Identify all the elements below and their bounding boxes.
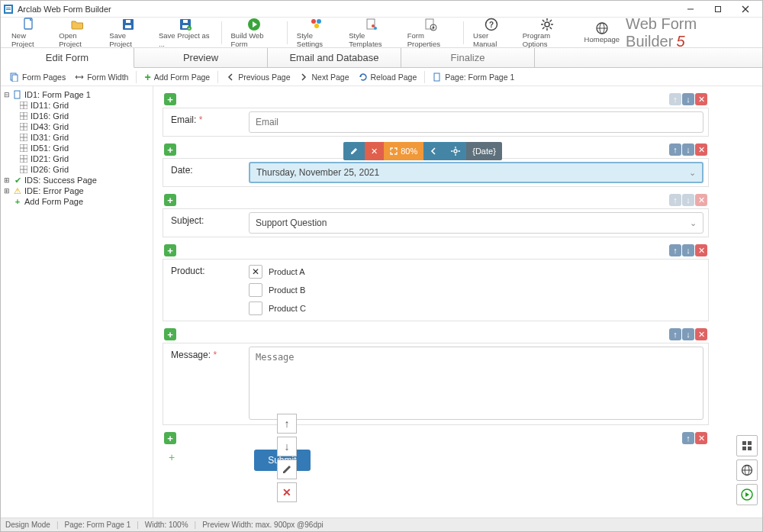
date-select[interactable]: Thursday, November 25, 2021 ⌄	[249, 162, 703, 183]
tree-item[interactable]: ID16: Grid	[2, 111, 151, 121]
folder-open-icon	[71, 18, 85, 31]
add-element-button[interactable]: +	[164, 143, 176, 156]
tab-finalize[interactable]: Finalize	[401, 48, 535, 67]
scroll-up-button[interactable]: ↑	[277, 414, 297, 434]
tree-item[interactable]: ID26: Grid	[2, 164, 151, 175]
tree-error-page[interactable]: ⊞ ⚠ IDE: Error Page	[2, 185, 151, 196]
tree-item[interactable]: ID51: Grid	[2, 143, 151, 153]
move-down-button[interactable]: ↓	[682, 93, 694, 105]
edit-element-button[interactable]	[343, 142, 365, 160]
document-plus-icon	[22, 18, 36, 31]
move-down-button[interactable]: ↓	[682, 143, 694, 156]
delete-row-button[interactable]: ✕	[695, 143, 707, 156]
new-project-button[interactable]: New Project	[5, 18, 53, 47]
run-button[interactable]	[736, 484, 758, 505]
expand-icon[interactable]: ⊞	[4, 187, 11, 195]
add-element-button[interactable]: +	[164, 194, 176, 206]
tree-item[interactable]: ID43: Grid	[2, 121, 151, 132]
svg-rect-11	[126, 20, 130, 23]
add-element-button[interactable]: +	[164, 328, 176, 340]
move-down-button[interactable]: ↓	[682, 194, 694, 206]
scroll-down-button[interactable]: ↓	[277, 437, 297, 456]
move-down-button[interactable]: ↓	[682, 328, 694, 340]
app-icon	[4, 5, 13, 14]
chevron-left-icon	[226, 73, 235, 82]
previous-page-button[interactable]: Previous Page	[221, 69, 295, 85]
add-form-page-button[interactable]: + Add Form Page	[140, 69, 214, 85]
settings-button[interactable]	[445, 142, 466, 160]
checkbox-product-a[interactable]: ✕	[249, 265, 262, 279]
status-page: Page: Form Page 1	[65, 521, 131, 529]
collapse-icon[interactable]: ⊟	[4, 91, 11, 98]
checkbox-product-c[interactable]	[249, 301, 262, 315]
open-project-button[interactable]: Open Project	[53, 18, 103, 47]
svg-point-19	[317, 19, 321, 24]
form-canvas[interactable]: + ↑ ↓ ✕ Email: * +	[153, 86, 762, 517]
move-up-button[interactable]: ↑	[669, 328, 681, 340]
message-textarea[interactable]	[249, 347, 703, 420]
window-maximize-button[interactable]	[704, 2, 732, 17]
tree-item[interactable]: ID21: Grid	[2, 153, 151, 164]
field-label: Date:	[163, 159, 244, 186]
style-templates-button[interactable]: Style Templates	[343, 18, 401, 47]
grid-view-button[interactable]	[736, 435, 758, 456]
tab-edit-form[interactable]: Edit Form	[1, 48, 134, 68]
delete-row-button[interactable]: ✕	[695, 328, 707, 340]
save-project-button[interactable]: Save Project	[103, 18, 153, 47]
homepage-button[interactable]: Homepage	[578, 18, 626, 47]
form-properties-button[interactable]: Form Properties	[401, 18, 461, 47]
delete-row-button[interactable]: ✕	[695, 93, 707, 105]
checkbox-product-b[interactable]	[249, 283, 262, 297]
svg-point-67	[454, 150, 457, 153]
tree-add-form-page[interactable]: + Add Form Page	[2, 196, 151, 207]
svg-point-26	[433, 26, 435, 28]
edit-subtoolbar: Form Pages Form Width + Add Form Page Pr…	[1, 68, 762, 86]
reload-icon	[359, 73, 368, 82]
checkbox-label: Product B	[269, 285, 305, 295]
move-up-button[interactable]: ↑	[669, 194, 681, 206]
move-down-button[interactable]: ↓	[682, 244, 694, 256]
tab-email-database[interactable]: Email and Database	[268, 48, 401, 67]
tree-item[interactable]: ID31: Grid	[2, 132, 151, 143]
add-element-button[interactable]: +	[164, 93, 176, 105]
window-close-button[interactable]	[732, 2, 759, 17]
save-project-as-button[interactable]: + Save Project as ...	[153, 18, 218, 47]
back-button[interactable]	[423, 142, 445, 160]
delete-row-button[interactable]: ✕	[695, 432, 707, 444]
move-up-button[interactable]: ↑	[669, 93, 681, 105]
status-bar: Design Mode | Page: Form Page 1 | Width:…	[1, 517, 762, 531]
program-options-button[interactable]: Program Options	[517, 18, 578, 47]
svg-rect-21	[367, 19, 375, 29]
delete-element-button[interactable]: ✕	[365, 142, 384, 160]
move-up-button[interactable]: ↑	[682, 432, 694, 444]
delete-tool-button[interactable]: ✕	[277, 482, 297, 502]
form-width-button[interactable]: Form Width	[70, 69, 133, 85]
expand-icon[interactable]: ⊞	[4, 176, 11, 184]
add-element-button[interactable]: +	[164, 244, 176, 256]
build-web-form-button[interactable]: Build Web Form	[225, 18, 284, 47]
delete-row-button[interactable]: ✕	[695, 194, 707, 206]
preview-globe-button[interactable]	[736, 459, 758, 481]
form-pages-button[interactable]: Form Pages	[5, 69, 70, 85]
tree-root[interactable]: ⊟ ID1: Form Page 1	[2, 89, 151, 100]
style-settings-button[interactable]: Style Settings	[291, 18, 343, 47]
tree-success-page[interactable]: ⊞ ✔ IDS: Success Page	[2, 175, 151, 185]
next-page-button[interactable]: Next Page	[295, 69, 353, 85]
reload-page-button[interactable]: Reload Page	[354, 69, 422, 85]
subject-select[interactable]: Support Question ⌄	[249, 212, 703, 234]
tree-item[interactable]: ID11: Grid	[2, 100, 151, 111]
toolbar-label: Open Project	[59, 31, 97, 48]
add-column-button[interactable]: +	[163, 447, 181, 474]
move-up-button[interactable]: ↑	[669, 143, 681, 156]
resize-element-button[interactable]: 80%	[384, 142, 423, 160]
tab-preview[interactable]: Preview	[134, 48, 268, 67]
add-element-button[interactable]: +	[164, 432, 176, 444]
window-minimize-button[interactable]	[677, 2, 704, 17]
grid-icon	[19, 165, 28, 174]
user-manual-button[interactable]: ? User Manual	[467, 18, 517, 47]
edit-tool-button[interactable]	[277, 459, 297, 479]
move-up-button[interactable]: ↑	[669, 244, 681, 256]
plus-icon: +	[144, 71, 150, 83]
delete-row-button[interactable]: ✕	[695, 244, 707, 256]
email-input[interactable]	[249, 111, 703, 133]
